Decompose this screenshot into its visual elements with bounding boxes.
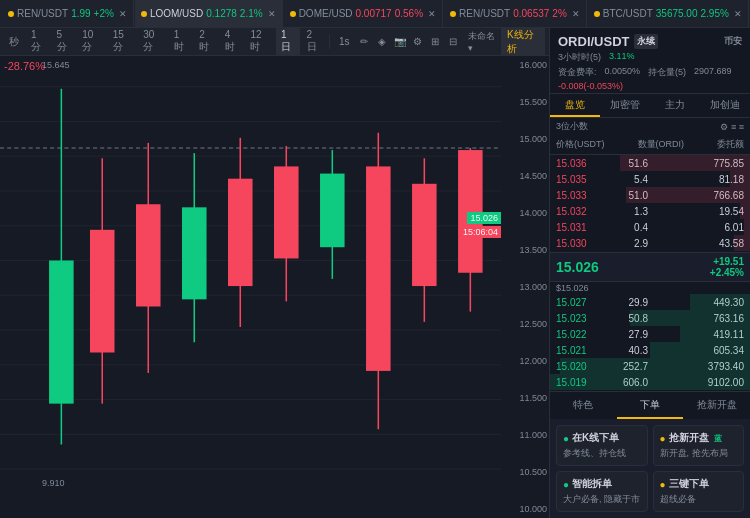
k-analysis-button[interactable]: K线分析 <box>501 28 545 58</box>
tab-overview[interactable]: 盘览 <box>550 94 600 117</box>
col-total: 委托额 <box>717 138 744 151</box>
tab-dot <box>594 11 600 17</box>
grid-icon[interactable]: ⊟ <box>445 33 461 51</box>
svg-rect-16 <box>90 230 115 353</box>
perpetual-tag: 永续 <box>634 34 658 49</box>
tf-2d[interactable]: 2日 <box>302 28 326 56</box>
tab-special[interactable]: 特色 <box>550 392 617 419</box>
tf-15m[interactable]: 15分 <box>108 28 136 56</box>
dot-green-icon: ● <box>563 433 569 444</box>
interval-val: 3.11% <box>609 51 635 64</box>
trade-card-desc: 新开盘, 抢先布局 <box>660 447 738 460</box>
tab-ren-usdt[interactable]: REN/USDT 1.99 +2% ✕ <box>2 0 134 27</box>
chart-canvas[interactable]: -28.76% 16.000 15.500 15.000 14.500 14.0… <box>0 56 549 518</box>
close-icon[interactable]: ✕ <box>572 9 580 19</box>
col-price: 价格(USDT) <box>556 138 605 151</box>
asset-label: 资金费率: <box>558 66 597 79</box>
tab-symbol: REN/USDT <box>459 8 510 19</box>
y-label-14500: 14.500 <box>503 171 547 181</box>
tf-5m[interactable]: 5分 <box>52 28 76 56</box>
tab-btc-usdt[interactable]: BTC/USDT 35675.00 2.95% ✕ <box>588 0 749 27</box>
chart-high-label: 15.645 <box>42 60 70 70</box>
indicator-icon[interactable]: ◈ <box>374 33 390 51</box>
trading-panel: ● 在K线下单 参考线、持仓线 ● 抢新开盘 蓝 新开盘, 抢先布局 ● <box>550 419 750 518</box>
tf-4h[interactable]: 4时 <box>220 28 244 56</box>
ob-bids: 15.027 29.9 449.30 15.023 50.8 763.16 15… <box>550 294 750 391</box>
tab-order[interactable]: 下单 <box>617 392 684 419</box>
close-icon[interactable]: ✕ <box>428 9 436 19</box>
tab-dot <box>8 11 14 17</box>
bottom-tabs: 特色 下单 抢新开盘 <box>550 391 750 419</box>
tab-encrypted[interactable]: 加密管 <box>600 94 650 117</box>
tab-main-force[interactable]: 主力 <box>650 94 700 117</box>
tf-1h[interactable]: 1时 <box>169 28 193 56</box>
current-price-label: 15.026 <box>467 212 501 224</box>
right-stats: 3小时时(5) 3.11% <box>558 51 742 64</box>
close-icon[interactable]: ✕ <box>734 9 742 19</box>
close-icon[interactable]: ✕ <box>268 9 276 19</box>
tf-1s[interactable]: 1s <box>334 34 355 49</box>
decimal-selector[interactable]: 3位小数 ⚙ ≡ ≡ <box>550 118 750 135</box>
ask-row[interactable]: 15.031 0.4 6.01 <box>550 219 750 235</box>
bid-row[interactable]: 15.021 40.3 605.34 <box>550 342 750 358</box>
spread-usd: $15.026 <box>550 282 750 294</box>
trade-card-title: ● 三键下单 <box>660 477 738 491</box>
current-time-label: 15:06:04 <box>460 226 501 238</box>
unnamed-label[interactable]: 未命名▾ <box>465 30 499 53</box>
tab-dome-usd[interactable]: DOME/USD 0.00717 0.56% ✕ <box>284 0 443 27</box>
y-label-12500: 12.500 <box>503 319 547 329</box>
svg-rect-30 <box>412 184 437 286</box>
ask-row[interactable]: 15.032 1.3 19.54 <box>550 203 750 219</box>
ask-row[interactable]: 15.033 51.0 766.68 <box>550 187 750 203</box>
spread-change-pos: +19.51 <box>713 256 744 267</box>
filter-icon[interactable]: ⊞ <box>428 33 444 51</box>
tab-loom-usd[interactable]: LOOM/USD 0.1278 2.1% ✕ <box>135 0 283 27</box>
tab-ren-usdt2[interactable]: REN/USDT 0.06537 2% ✕ <box>444 0 587 27</box>
tf-12h[interactable]: 12时 <box>245 28 273 56</box>
y-label-15000: 15.000 <box>503 134 547 144</box>
close-icon[interactable]: ✕ <box>119 9 127 19</box>
tab-dot <box>290 11 296 17</box>
bid-row[interactable]: 15.023 50.8 763.16 <box>550 310 750 326</box>
tab-symbol: LOOM/USD <box>150 8 203 19</box>
camera-icon[interactable]: 📷 <box>392 33 408 51</box>
asset-val: 0.0050% <box>605 66 641 79</box>
bid-row[interactable]: 15.022 27.9 419.11 <box>550 326 750 342</box>
trade-card-rush-open[interactable]: ● 抢新开盘 蓝 新开盘, 抢先布局 <box>653 425 745 466</box>
bid-row[interactable]: 15.019 606.0 9102.00 <box>550 374 750 390</box>
settings-icon[interactable]: ⚙ <box>410 33 426 51</box>
bid-row[interactable]: 15.020 252.7 3793.40 <box>550 358 750 374</box>
trade-card-smart-split[interactable]: ● 智能拆单 大户必备, 隐藏于市 <box>556 471 648 512</box>
tab-new-open[interactable]: 抢新开盘 <box>683 392 750 419</box>
tf-1m[interactable]: 1分 <box>26 28 50 56</box>
trade-card-three-key[interactable]: ● 三键下单 超线必备 <box>653 471 745 512</box>
right-tabs: 盘览 加密管 主力 加创迪 <box>550 94 750 118</box>
trade-card-desc: 超线必备 <box>660 493 738 506</box>
interval-label: 3小时时(5) <box>558 51 601 64</box>
draw-icon[interactable]: ✏ <box>357 33 373 51</box>
tab-price: 0.06537 <box>513 8 549 19</box>
tf-second[interactable]: 秒 <box>4 33 24 51</box>
tab-price: 0.00717 <box>356 8 392 19</box>
tab-price: 0.1278 <box>206 8 237 19</box>
tf-30m[interactable]: 30分 <box>138 28 166 56</box>
ob-asks: 15.036 51.6 775.85 15.035 5.4 81.18 15.0… <box>550 155 750 252</box>
col-qty: 数量(ORDI) <box>638 138 685 151</box>
ask-row[interactable]: 15.036 51.6 775.85 <box>550 155 750 171</box>
ask-row[interactable]: 15.030 2.9 43.58 <box>550 235 750 251</box>
ob-settings-icon[interactable]: ⚙ ≡ ≡ <box>720 122 744 132</box>
tab-plus[interactable]: 加创迪 <box>700 94 750 117</box>
trade-card-k-line[interactable]: ● 在K线下单 参考线、持仓线 <box>556 425 648 466</box>
tf-2h[interactable]: 2时 <box>194 28 218 56</box>
dot-green-icon: ● <box>563 479 569 490</box>
position-val: 2907.689 <box>694 66 732 79</box>
trade-card-desc: 参考线、持仓线 <box>563 447 641 460</box>
bid-row[interactable]: 15.027 29.9 449.30 <box>550 294 750 310</box>
y-axis: 16.000 15.500 15.000 14.500 14.000 13.50… <box>501 56 549 518</box>
svg-rect-28 <box>366 166 391 370</box>
tf-10m[interactable]: 10分 <box>77 28 105 56</box>
tab-price: 35675.00 <box>656 8 698 19</box>
decimal-label: 3位小数 <box>556 120 588 133</box>
ask-row[interactable]: 15.035 5.4 81.18 <box>550 171 750 187</box>
tf-1d[interactable]: 1日 <box>276 28 300 56</box>
